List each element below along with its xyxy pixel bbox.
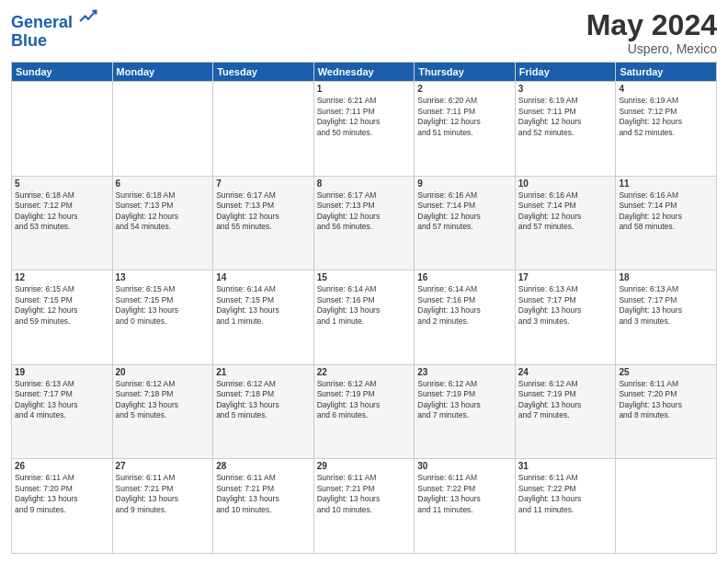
day-number: 2 [417,84,512,94]
calendar-cell: 15Sunrise: 6:14 AMSunset: 7:16 PMDayligh… [313,270,415,365]
calendar-cell: 16Sunrise: 6:14 AMSunset: 7:16 PMDayligh… [415,270,516,365]
calendar-cell: 22Sunrise: 6:12 AMSunset: 7:19 PMDayligh… [313,364,415,459]
day-number: 3 [518,84,613,94]
day-number: 27 [116,461,210,471]
day-info: Sunrise: 6:12 AMSunset: 7:18 PMDaylight:… [116,379,210,421]
title-block: May 2024 Uspero, Mexico [586,9,717,56]
month-title: May 2024 [586,9,717,41]
day-info: Sunrise: 6:11 AMSunset: 7:21 PMDaylight:… [216,473,311,515]
day-number: 9 [417,178,512,189]
day-number: 21 [216,367,311,377]
day-info: Sunrise: 6:12 AMSunset: 7:19 PMDaylight:… [317,379,412,421]
day-number: 28 [216,461,311,471]
weekday-header-cell: Saturday [616,63,717,82]
day-info: Sunrise: 6:21 AMSunset: 7:11 PMDaylight:… [317,96,412,138]
calendar-cell: 14Sunrise: 6:14 AMSunset: 7:15 PMDayligh… [213,270,314,365]
weekday-header-cell: Wednesday [313,63,415,82]
calendar-week-row: 1Sunrise: 6:21 AMSunset: 7:11 PMDaylight… [12,82,717,177]
calendar-cell [12,82,113,177]
calendar-week-row: 5Sunrise: 6:18 AMSunset: 7:12 PMDaylight… [12,176,717,270]
logo-bird-icon [79,9,97,28]
day-info: Sunrise: 6:14 AMSunset: 7:15 PMDaylight:… [216,284,311,327]
day-info: Sunrise: 6:16 AMSunset: 7:14 PMDaylight:… [619,190,713,233]
weekday-header-row: SundayMondayTuesdayWednesdayThursdayFrid… [12,63,717,82]
day-number: 12 [15,272,109,282]
day-info: Sunrise: 6:11 AMSunset: 7:21 PMDaylight:… [116,473,210,515]
day-info: Sunrise: 6:15 AMSunset: 7:15 PMDaylight:… [116,284,210,327]
day-info: Sunrise: 6:13 AMSunset: 7:17 PMDaylight:… [518,284,613,327]
calendar-cell: 27Sunrise: 6:11 AMSunset: 7:21 PMDayligh… [112,459,213,554]
day-number: 10 [518,178,613,189]
day-number: 7 [216,178,311,189]
calendar-cell: 7Sunrise: 6:17 AMSunset: 7:13 PMDaylight… [213,176,314,270]
day-info: Sunrise: 6:11 AMSunset: 7:20 PMDaylight:… [15,473,109,515]
day-info: Sunrise: 6:14 AMSunset: 7:16 PMDaylight:… [417,284,512,327]
day-number: 17 [518,272,613,282]
calendar-cell: 29Sunrise: 6:11 AMSunset: 7:21 PMDayligh… [313,459,415,554]
calendar-cell: 19Sunrise: 6:13 AMSunset: 7:17 PMDayligh… [12,364,113,459]
calendar-table: SundayMondayTuesdayWednesdayThursdayFrid… [11,62,717,554]
logo-text: General [11,9,97,32]
page: General Blue May 2024 Uspero, Mexico Sun… [0,0,728,563]
calendar-cell: 2Sunrise: 6:20 AMSunset: 7:11 PMDaylight… [415,82,516,177]
day-info: Sunrise: 6:16 AMSunset: 7:14 PMDaylight:… [518,190,613,233]
day-info: Sunrise: 6:11 AMSunset: 7:22 PMDaylight:… [518,473,613,515]
day-number: 22 [317,367,412,377]
day-info: Sunrise: 6:13 AMSunset: 7:17 PMDaylight:… [15,379,109,421]
day-number: 15 [317,272,412,282]
day-number: 8 [317,178,412,189]
day-info: Sunrise: 6:11 AMSunset: 7:20 PMDaylight:… [619,379,713,421]
weekday-header-cell: Tuesday [213,63,314,82]
day-number: 1 [317,84,412,94]
day-number: 30 [417,461,512,471]
day-info: Sunrise: 6:12 AMSunset: 7:19 PMDaylight:… [417,379,512,421]
day-info: Sunrise: 6:19 AMSunset: 7:11 PMDaylight:… [518,96,613,138]
calendar-cell: 9Sunrise: 6:16 AMSunset: 7:14 PMDaylight… [415,176,516,270]
day-info: Sunrise: 6:13 AMSunset: 7:17 PMDaylight:… [619,284,713,327]
calendar-cell: 26Sunrise: 6:11 AMSunset: 7:20 PMDayligh… [12,459,113,554]
calendar-cell: 5Sunrise: 6:18 AMSunset: 7:12 PMDaylight… [12,176,113,270]
day-number: 23 [417,367,512,377]
day-info: Sunrise: 6:12 AMSunset: 7:19 PMDaylight:… [518,379,613,421]
calendar-cell: 21Sunrise: 6:12 AMSunset: 7:18 PMDayligh… [213,364,314,459]
weekday-header-cell: Thursday [415,63,516,82]
day-number: 29 [317,461,412,471]
calendar-cell: 20Sunrise: 6:12 AMSunset: 7:18 PMDayligh… [112,364,213,459]
day-info: Sunrise: 6:18 AMSunset: 7:13 PMDaylight:… [116,190,210,233]
day-number: 20 [116,367,210,377]
calendar-week-row: 26Sunrise: 6:11 AMSunset: 7:20 PMDayligh… [12,459,717,554]
weekday-header-cell: Monday [112,63,213,82]
day-number: 24 [518,367,613,377]
day-number: 18 [619,272,713,282]
day-info: Sunrise: 6:15 AMSunset: 7:15 PMDaylight:… [15,284,109,327]
calendar-cell: 28Sunrise: 6:11 AMSunset: 7:21 PMDayligh… [213,459,314,554]
location: Uspero, Mexico [586,41,717,56]
day-info: Sunrise: 6:17 AMSunset: 7:13 PMDaylight:… [317,190,412,233]
calendar-cell: 13Sunrise: 6:15 AMSunset: 7:15 PMDayligh… [112,270,213,365]
calendar-cell: 10Sunrise: 6:16 AMSunset: 7:14 PMDayligh… [515,176,616,270]
day-info: Sunrise: 6:19 AMSunset: 7:12 PMDaylight:… [619,96,713,138]
day-info: Sunrise: 6:11 AMSunset: 7:21 PMDaylight:… [317,473,412,515]
calendar-cell: 3Sunrise: 6:19 AMSunset: 7:11 PMDaylight… [515,82,616,177]
calendar-body: 1Sunrise: 6:21 AMSunset: 7:11 PMDaylight… [12,82,717,554]
calendar-cell: 1Sunrise: 6:21 AMSunset: 7:11 PMDaylight… [313,82,415,177]
calendar-cell: 25Sunrise: 6:11 AMSunset: 7:20 PMDayligh… [616,364,717,459]
day-number: 5 [15,178,109,189]
calendar-cell [112,82,213,177]
weekday-header-cell: Friday [515,63,616,82]
calendar-cell: 17Sunrise: 6:13 AMSunset: 7:17 PMDayligh… [515,270,616,365]
calendar-cell: 31Sunrise: 6:11 AMSunset: 7:22 PMDayligh… [515,459,616,554]
day-info: Sunrise: 6:14 AMSunset: 7:16 PMDaylight:… [317,284,412,327]
calendar-cell: 4Sunrise: 6:19 AMSunset: 7:12 PMDaylight… [616,82,717,177]
day-number: 19 [15,367,109,377]
calendar-cell: 23Sunrise: 6:12 AMSunset: 7:19 PMDayligh… [415,364,516,459]
logo-line2: Blue [11,32,97,51]
day-info: Sunrise: 6:16 AMSunset: 7:14 PMDaylight:… [417,190,512,233]
calendar-cell: 8Sunrise: 6:17 AMSunset: 7:13 PMDaylight… [313,176,415,270]
day-info: Sunrise: 6:18 AMSunset: 7:12 PMDaylight:… [15,190,109,233]
day-info: Sunrise: 6:17 AMSunset: 7:13 PMDaylight:… [216,190,311,233]
calendar-cell [213,82,314,177]
calendar-cell: 30Sunrise: 6:11 AMSunset: 7:22 PMDayligh… [415,459,516,554]
calendar-week-row: 19Sunrise: 6:13 AMSunset: 7:17 PMDayligh… [12,364,717,459]
day-number: 31 [518,461,613,471]
